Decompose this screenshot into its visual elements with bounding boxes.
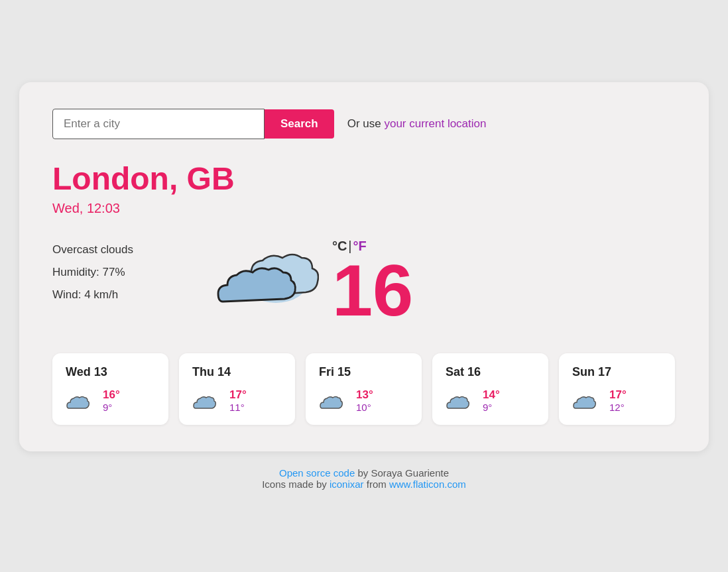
footer-icons-text: Icons made by [262, 479, 330, 490]
forecast-day-4: Sun 17 [572, 365, 662, 379]
city-name: London, GB [52, 160, 676, 197]
forecast-day-2: Fri 15 [319, 365, 408, 379]
cloud-icon-large [213, 243, 319, 316]
forecast-day-3: Sat 16 [446, 365, 535, 379]
forecast-card-1: Thu 14 17° 11° [179, 353, 295, 425]
current-location-link[interactable]: your current location [384, 117, 486, 130]
forecast-row: Wed 13 16° 9° Thu 14 17° 11° [52, 353, 676, 425]
forecast-cloud-icon-0 [66, 391, 95, 411]
current-temperature: 16 [332, 254, 413, 327]
weather-visual: °C | °F 16 [213, 232, 413, 327]
footer-by: by Soraya Guariente [355, 467, 449, 479]
iconixar-link[interactable]: iconixar [330, 479, 364, 490]
forecast-high-3: 14° [483, 388, 500, 402]
forecast-low-3: 9° [483, 402, 500, 413]
search-input[interactable] [52, 109, 265, 139]
datetime: Wed, 12:03 [52, 201, 676, 216]
forecast-card-4: Sun 17 17° 12° [559, 353, 675, 425]
forecast-low-2: 10° [356, 402, 373, 413]
forecast-card-3: Sat 16 14° 9° [432, 353, 548, 425]
forecast-low-1: 11° [229, 402, 247, 413]
search-button[interactable]: Search [265, 109, 334, 139]
forecast-high-2: 13° [356, 388, 373, 402]
forecast-card-2: Fri 15 13° 10° [306, 353, 422, 425]
footer-from-text: from [364, 479, 389, 490]
source-code-link[interactable]: Open sorce code [279, 467, 355, 479]
forecast-cloud-icon-4 [572, 391, 601, 411]
forecast-high-1: 17° [229, 388, 247, 402]
forecast-high-4: 17° [609, 388, 627, 402]
humidity-text: Humidity: 77% [52, 261, 133, 284]
weather-card: Search Or use your current location Lond… [19, 82, 709, 451]
search-row: Search Or use your current location [52, 109, 676, 139]
forecast-low-0: 9° [103, 402, 120, 413]
forecast-cloud-icon-2 [319, 391, 348, 411]
forecast-day-0: Wed 13 [66, 365, 155, 379]
weather-main: Overcast clouds Humidity: 77% Wind: 4 km… [52, 232, 676, 327]
forecast-low-4: 12° [609, 402, 627, 413]
footer: Open sorce code by Soraya Guariente Icon… [262, 467, 466, 490]
flaticon-link[interactable]: www.flaticon.com [389, 479, 466, 490]
forecast-card-0: Wed 13 16° 9° [52, 353, 168, 425]
location-text: Or use your current location [347, 117, 487, 131]
condition-text: Overcast clouds [52, 239, 133, 261]
weather-details: Overcast clouds Humidity: 77% Wind: 4 km… [52, 239, 133, 306]
wind-text: Wind: 4 km/h [52, 284, 133, 306]
forecast-cloud-icon-1 [192, 391, 221, 411]
forecast-day-1: Thu 14 [192, 365, 282, 379]
forecast-high-0: 16° [103, 388, 120, 402]
forecast-cloud-icon-3 [446, 391, 475, 411]
